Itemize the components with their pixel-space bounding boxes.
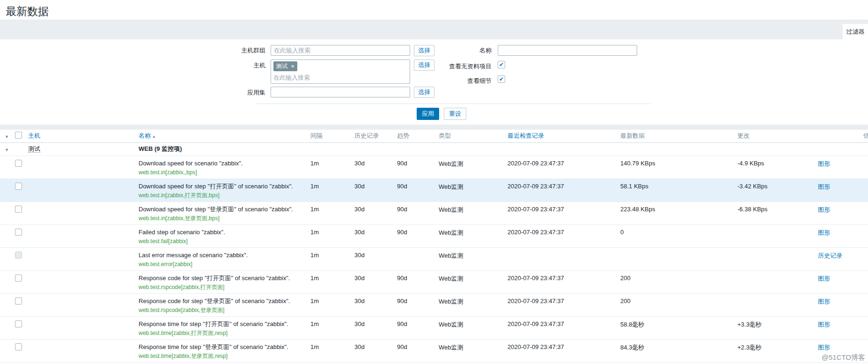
item-key: web.test.time[zabbix,登录页面,resp] [139, 353, 309, 359]
row-checkbox[interactable] [15, 297, 22, 305]
column-header-name[interactable]: 名称 [139, 132, 151, 139]
item-change [736, 293, 817, 316]
table-row: Download speed for scenario "zabbix". we… [0, 156, 868, 178]
item-name: Download speed for step "登录页面" of scenar… [139, 206, 309, 213]
item-last-value: 140.79 KBps [619, 156, 736, 178]
graph-link[interactable]: 图形 [818, 298, 830, 305]
table-row: Response time for step "登录页面" of scenari… [0, 339, 868, 362]
column-header-change: 更改 [736, 130, 817, 142]
item-type: Web监测 [438, 224, 507, 247]
show-without-data-label: 查看无资料项目 [417, 62, 492, 71]
row-checkbox[interactable] [15, 183, 22, 190]
item-change [736, 247, 817, 270]
item-key: web.test.fail[zabbix] [139, 238, 309, 245]
column-header-interval: 间隔 [309, 130, 353, 142]
item-name: Last error message of scenario "zabbix". [139, 252, 309, 259]
remove-tag-icon[interactable]: ✕ [291, 64, 294, 69]
graph-link[interactable]: 图形 [818, 229, 830, 236]
expand-all-icon[interactable]: ▼ [1, 134, 9, 139]
sort-ascending-icon: ▲ [152, 134, 156, 139]
graph-link[interactable]: 图形 [818, 344, 830, 351]
item-last-value: 0 [619, 224, 736, 247]
show-details-label: 查看细节 [417, 77, 492, 85]
item-last-check: 2020-07-09 23:47:37 [507, 316, 619, 339]
page-title: 最新数据 [6, 4, 868, 19]
show-details-checkbox[interactable]: ✔ [498, 75, 505, 83]
item-change: -3.42 KBps [736, 178, 817, 201]
item-trends: 90d [396, 224, 438, 247]
item-trends [396, 247, 438, 270]
host-tag-label: 测试 [276, 62, 287, 70]
reset-button[interactable]: 重设 [444, 108, 466, 120]
table-row: Last error message of scenario "zabbix".… [0, 247, 868, 270]
history-link[interactable]: 历史记录 [818, 252, 842, 259]
item-last-check: 2020-07-09 23:47:37 [507, 339, 619, 362]
item-key: web.test.in[zabbix,,bps] [139, 170, 309, 176]
item-name: Download speed for step "打开页面" of scenar… [139, 183, 309, 190]
host-search-placeholder[interactable]: 在此输入搜索 [273, 74, 407, 82]
application-select-button[interactable]: 选择 [414, 87, 434, 98]
application-input[interactable] [271, 87, 410, 97]
select-all-checkbox[interactable] [15, 132, 22, 139]
item-history: 30d [353, 316, 396, 339]
item-interval: 1m [309, 178, 353, 201]
row-checkbox[interactable] [15, 275, 22, 282]
host-group-label: 主机群组 [191, 46, 265, 55]
graph-link[interactable]: 图形 [818, 206, 830, 213]
item-change: +3.3毫秒 [736, 316, 817, 339]
row-checkbox[interactable] [15, 160, 22, 167]
graph-link[interactable]: 图形 [818, 160, 830, 167]
row-checkbox[interactable] [15, 343, 22, 350]
row-checkbox[interactable] [15, 320, 22, 327]
graph-link[interactable]: 图形 [818, 275, 830, 282]
column-header-last-check[interactable]: 最近检查记录 [507, 130, 619, 142]
application-group-count: (9 监控项) [153, 145, 182, 152]
host-multiselect[interactable]: 测试 ✕ 在此输入搜索 [271, 59, 410, 84]
item-trends: 90d [396, 270, 438, 293]
item-trends: 90d [396, 201, 438, 224]
graph-link[interactable]: 图形 [818, 183, 830, 190]
filter-tab[interactable]: 过滤器 [843, 24, 868, 40]
row-checkbox[interactable] [15, 206, 22, 213]
column-header-info: 信 [862, 130, 868, 142]
item-history: 30d [353, 270, 396, 293]
item-last-value: 84.3毫秒 [619, 339, 736, 362]
application-group-name: WEB [139, 145, 153, 152]
collapse-group-icon[interactable]: ▼ [1, 148, 9, 152]
name-label: 名称 [417, 46, 492, 55]
item-last-check: 2020-07-09 23:47:37 [507, 293, 619, 316]
item-change: -6.38 KBps [736, 201, 817, 224]
item-key: web.test.rspcode[zabbix,打开页面] [139, 284, 309, 290]
item-change [736, 270, 817, 293]
item-change: +2.3毫秒 [736, 339, 817, 362]
table-row: Response code for step "登录页面" of scenari… [0, 293, 868, 316]
table-row: Download speed for step "打开页面" of scenar… [0, 178, 868, 201]
item-last-value [619, 247, 736, 270]
show-without-data-checkbox[interactable]: ✔ [498, 61, 505, 68]
column-header-host[interactable]: 主机 [27, 130, 138, 142]
item-name: Response code for step "登录页面" of scenari… [139, 297, 309, 305]
name-input[interactable] [498, 45, 637, 56]
item-last-check: 2020-07-09 23:47:37 [507, 201, 619, 224]
item-key: web.test.error[zabbix] [139, 261, 309, 267]
item-trends: 90d [396, 156, 438, 178]
column-header-type: 类型 [438, 130, 507, 142]
item-last-value: 58.1 KBps [619, 178, 736, 201]
apply-button[interactable]: 应用 [417, 108, 439, 120]
row-checkbox[interactable] [15, 229, 22, 236]
host-group-input[interactable] [271, 45, 410, 56]
latest-data-table: ▼ 主机 名称▲ 间隔 历史记录 趋势 类型 最近检查记录 最新数据 更改 信 … [0, 130, 868, 363]
graph-link[interactable]: 图形 [818, 321, 830, 328]
item-key: web.test.in[zabbix,打开页面,bps] [139, 193, 309, 199]
item-name: Response code for step "打开页面" of scenari… [139, 275, 309, 282]
item-key: web.test.time[zabbix,打开页面,resp] [139, 330, 309, 336]
host-name[interactable]: 测试 [28, 145, 40, 153]
item-key: web.test.rspcode[zabbix,登录页面] [139, 307, 309, 313]
item-change: -4.9 KBps [736, 156, 817, 178]
item-interval: 1m [309, 156, 353, 178]
filter-divider [255, 104, 651, 104]
item-history: 30d [353, 178, 396, 201]
item-history: 30d [353, 339, 396, 362]
item-last-check [507, 247, 619, 270]
item-type: Web监测 [438, 316, 507, 339]
